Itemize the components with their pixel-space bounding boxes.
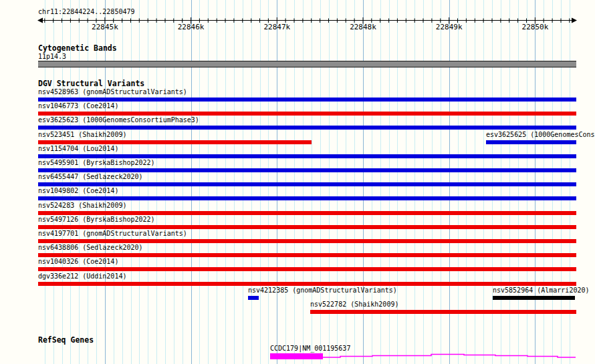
variant-bar-red[interactable] [38, 253, 576, 257]
variant-label[interactable]: nsv4212385 (gnomADStructuralVariants) [248, 287, 397, 294]
variant-label[interactable]: nsv523451 (Shaikh2009) [38, 132, 126, 138]
variant-bar-blue[interactable] [38, 126, 576, 130]
variant-label[interactable]: nsv5497126 (ByrskaBishop2022) [38, 216, 155, 223]
ruler-tick-label: 22847k [263, 23, 290, 31]
variant-label[interactable]: esv3625625 (1000GenomesCons [486, 132, 595, 138]
variant-bar-blue[interactable] [38, 196, 576, 200]
ruler-tick-label: 22848k [350, 23, 376, 31]
variant-label[interactable]: nsv4197701 (gnomADStructuralVariants) [38, 230, 187, 237]
variant-label[interactable]: nsv524283 (Shaikh2009) [38, 202, 126, 209]
variant-label[interactable]: nsv1046773 (Coe2014) [38, 103, 118, 110]
ruler[interactable] [37, 17, 577, 24]
cytoband-label: 11p14.3 [38, 53, 66, 60]
variant-label[interactable]: nsv6455447 (Sedlazeck2020) [38, 174, 143, 180]
variant-bar-red[interactable] [310, 310, 576, 314]
variant-label[interactable]: nsv5852964 (Almarri2020) [493, 287, 590, 294]
region-label: chr11:22844224..22850479 [38, 9, 135, 15]
ruler-tick-label: 22849k [436, 23, 463, 31]
ruler-left-arrow-icon [37, 18, 43, 23]
variant-bar-black[interactable] [493, 296, 575, 300]
ruler-tick-label: 22845k [92, 23, 118, 31]
variant-bar-blue[interactable] [38, 154, 576, 158]
genome-browser: chr11:22844224..22850479 22845k22846k228… [0, 0, 595, 364]
variant-bar-blue[interactable] [38, 182, 576, 186]
refseq-genes-title: RefSeq Genes [38, 337, 94, 344]
variant-label[interactable]: nsv5495901 (ByrskaBishop2022) [38, 160, 155, 166]
variant-bar-red[interactable] [38, 225, 576, 229]
variant-label[interactable]: dgv336e212 (Uddin2014) [38, 273, 126, 280]
variant-label[interactable]: nsv1049802 (Coe2014) [38, 188, 118, 194]
cytogenetic-bands-title: Cytogenetic Bands [38, 45, 117, 52]
variant-label[interactable]: nsv1040326 (Coe2014) [38, 258, 118, 265]
variant-label[interactable]: esv3625623 (1000GenomesConsortiumPhase3) [38, 117, 199, 124]
refseq-gene-label[interactable]: CCDC179|NM_001195637 [270, 345, 350, 352]
variant-bar-blue[interactable] [38, 168, 576, 172]
variant-bar-red[interactable] [38, 282, 576, 286]
variant-bar-blue[interactable] [248, 296, 259, 300]
variant-label[interactable]: nsv1154704 (Lou2014) [38, 146, 118, 152]
variant-bar-blue[interactable] [38, 98, 576, 102]
variant-label[interactable]: nsv4528963 (gnomADStructuralVariants) [38, 89, 187, 96]
ruler-right-arrow-icon [572, 18, 577, 23]
variant-bar-red[interactable] [38, 112, 576, 116]
variant-bar-red[interactable] [38, 140, 312, 144]
ruler-ticks [45, 17, 570, 24]
gene-exon-box[interactable] [270, 353, 323, 359]
variant-bar-red[interactable] [38, 239, 576, 243]
variant-bar-blue[interactable] [486, 140, 576, 144]
ruler-tick-label: 22846k [178, 23, 205, 31]
variant-label[interactable]: nsv6438806 (Sedlazeck2020) [38, 244, 143, 251]
variant-label[interactable]: nsv522782 (Shaikh2009) [310, 301, 398, 308]
variant-bar-red[interactable] [38, 211, 576, 215]
cytoband-bar [38, 61, 576, 67]
dgv-structural-variants-title: DGV Structural Variants [38, 80, 144, 87]
variant-bar-red[interactable] [38, 267, 576, 271]
ruler-tick-label: 22850k [522, 23, 549, 31]
